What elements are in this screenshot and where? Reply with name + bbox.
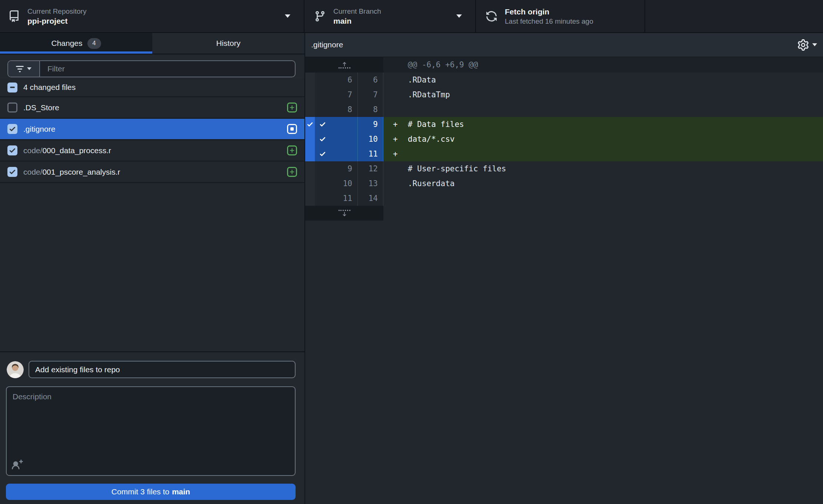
diff-line: 1114 bbox=[305, 191, 823, 206]
diff-lines: 66.RData77.RDataTmp889+# Data files10+da… bbox=[305, 73, 823, 206]
commit-summary-input[interactable] bbox=[29, 361, 296, 378]
gear-icon bbox=[797, 39, 809, 51]
hunk-select-strip[interactable] bbox=[305, 191, 315, 206]
tab-changes-label: Changes bbox=[51, 39, 82, 48]
line-content bbox=[383, 191, 823, 206]
line-text: data/*.csv bbox=[408, 132, 454, 147]
chevron-down-icon bbox=[285, 14, 290, 18]
fetch-status: Last fetched 16 minutes ago bbox=[505, 17, 593, 26]
hunk-select-strip[interactable] bbox=[305, 117, 315, 132]
diff-body: @@ -6,6 +6,9 @@ 66.RData77.RDataTmp889+#… bbox=[305, 57, 823, 221]
current-repository-button[interactable]: Current Repository ppi-project bbox=[0, 0, 304, 32]
diff-line: 66.RData bbox=[305, 73, 823, 87]
current-branch-button[interactable]: Current Branch main bbox=[304, 0, 476, 32]
avatar bbox=[7, 361, 24, 378]
line-marker bbox=[393, 161, 408, 176]
file-status-added-icon bbox=[287, 103, 297, 112]
toolbar-empty-area bbox=[645, 0, 823, 32]
branch-text: Current Branch main bbox=[333, 7, 381, 26]
filter-input[interactable] bbox=[40, 61, 295, 77]
line-marker bbox=[393, 73, 408, 87]
file-name: .gitignore bbox=[23, 125, 55, 134]
file-row[interactable]: .DS_Store bbox=[0, 97, 304, 119]
diff-pane: .gitignore @@ -6,6 +6,9 @@ 66.RData77.RD… bbox=[305, 33, 823, 504]
line-marker bbox=[393, 176, 408, 191]
file-list: .DS_Store.gitignorecode/000_data_process… bbox=[0, 97, 304, 183]
filter-row bbox=[0, 54, 304, 78]
sidebar-divider bbox=[304, 33, 305, 504]
file-name: code/000_data_process.r bbox=[23, 146, 111, 155]
tab-changes[interactable]: Changes 4 bbox=[0, 33, 152, 54]
old-line-number: 6 bbox=[315, 73, 358, 87]
line-text: .RData bbox=[408, 73, 436, 87]
line-marker: + bbox=[393, 132, 408, 147]
changes-count-badge: 4 bbox=[87, 38, 101, 49]
diff-line: 11+ bbox=[305, 147, 823, 161]
commit-button[interactable]: Commit 3 files to main bbox=[6, 484, 296, 500]
file-status-modified-icon bbox=[287, 124, 297, 134]
file-status-added-icon bbox=[287, 145, 297, 155]
line-text: # Data files bbox=[408, 117, 464, 132]
line-include-check[interactable] bbox=[315, 147, 358, 161]
repository-label: Current Repository bbox=[27, 7, 86, 16]
new-line-number: 14 bbox=[358, 191, 383, 206]
fetch-origin-button[interactable]: Fetch origin Last fetched 16 minutes ago bbox=[476, 0, 645, 32]
file-row[interactable]: code/000_data_process.r bbox=[0, 140, 304, 162]
hunk-select-strip[interactable] bbox=[305, 176, 315, 191]
file-status-added-icon bbox=[287, 167, 297, 177]
line-content: .Ruserdata bbox=[383, 176, 823, 191]
file-checkbox[interactable] bbox=[7, 145, 17, 155]
line-include-check[interactable] bbox=[315, 132, 358, 147]
hunk-select-strip[interactable] bbox=[305, 102, 315, 117]
expand-hunk-up-button[interactable] bbox=[305, 57, 383, 73]
commit-description-input[interactable] bbox=[7, 387, 295, 453]
tab-history[interactable]: History bbox=[152, 33, 304, 54]
line-text: .Ruserdata bbox=[408, 176, 454, 191]
file-checkbox[interactable] bbox=[7, 103, 17, 112]
hunk-header-row: @@ -6,6 +6,9 @@ bbox=[305, 57, 823, 73]
old-line-number: 8 bbox=[315, 102, 358, 117]
line-marker bbox=[393, 191, 408, 206]
diff-line: 912# User-specific files bbox=[305, 161, 823, 176]
line-marker bbox=[393, 102, 408, 117]
file-name: code/001_pscore_analysis.r bbox=[23, 168, 120, 177]
branch-name: main bbox=[333, 16, 381, 26]
add-coauthor-icon[interactable] bbox=[12, 460, 23, 471]
hunk-select-strip[interactable] bbox=[305, 161, 315, 176]
diff-options-button[interactable] bbox=[797, 39, 817, 51]
old-line-number: 7 bbox=[315, 87, 358, 102]
expand-hunk-down-button[interactable] bbox=[305, 206, 383, 221]
diff-line: 10+data/*.csv bbox=[305, 132, 823, 147]
file-row[interactable]: code/001_pscore_analysis.r bbox=[0, 162, 304, 183]
line-content: .RData bbox=[383, 73, 823, 87]
chevron-down-icon bbox=[27, 67, 31, 70]
old-line-number: 9 bbox=[315, 161, 358, 176]
repository-text: Current Repository ppi-project bbox=[27, 7, 86, 26]
fetch-label: Fetch origin bbox=[505, 7, 593, 17]
filter-options-button[interactable] bbox=[8, 61, 40, 77]
line-include-check[interactable] bbox=[315, 117, 358, 132]
chevron-down-icon bbox=[456, 14, 462, 18]
expand-down-row bbox=[305, 206, 823, 221]
changed-files-header[interactable]: 4 changed files bbox=[0, 78, 304, 97]
toolbar: Current Repository ppi-project Current B… bbox=[0, 0, 823, 33]
hunk-select-strip[interactable] bbox=[305, 132, 315, 147]
line-marker bbox=[393, 87, 408, 102]
fetch-sync-icon bbox=[486, 10, 497, 22]
select-all-checkbox[interactable] bbox=[7, 83, 17, 93]
line-content: # User-specific files bbox=[383, 161, 823, 176]
expand-down-icon bbox=[339, 210, 350, 217]
file-row[interactable]: .gitignore bbox=[0, 119, 304, 140]
line-marker: + bbox=[393, 147, 408, 161]
hunk-select-strip[interactable] bbox=[305, 147, 315, 161]
file-checkbox[interactable] bbox=[7, 167, 17, 177]
new-line-number: 12 bbox=[358, 161, 383, 176]
file-checkbox[interactable] bbox=[7, 124, 17, 134]
line-content: .RDataTmp bbox=[383, 87, 823, 102]
github-desktop-window: Current Repository ppi-project Current B… bbox=[0, 0, 823, 504]
old-line-number: 10 bbox=[315, 176, 358, 191]
new-line-number: 8 bbox=[358, 102, 383, 117]
hunk-select-strip[interactable] bbox=[305, 73, 315, 87]
new-line-number: 7 bbox=[358, 87, 383, 102]
hunk-select-strip[interactable] bbox=[305, 87, 315, 102]
